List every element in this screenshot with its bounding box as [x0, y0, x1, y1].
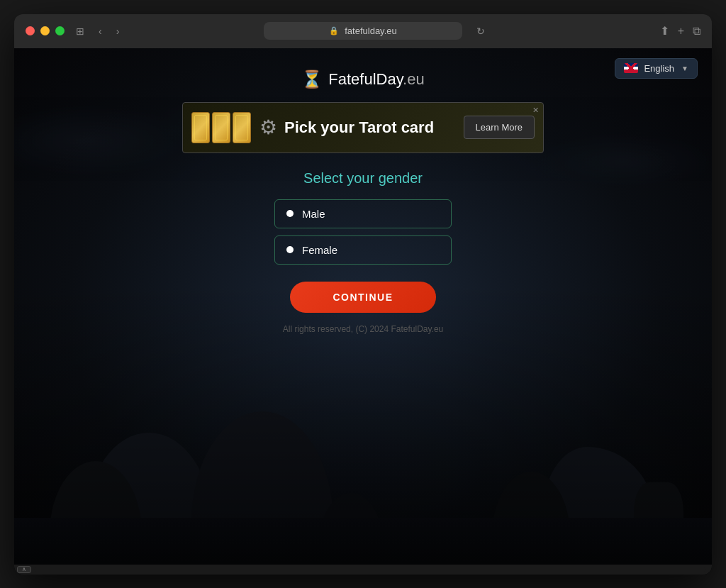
page-content: ⏳ FatefulDay.eu ⚙ Pick your Tarot card L…	[14, 48, 712, 334]
flag-icon	[624, 63, 638, 73]
radio-male	[286, 210, 294, 217]
logo-area: ⏳ FatefulDay.eu	[301, 70, 424, 89]
gender-options: Male Female	[274, 199, 452, 265]
tarot-cards-image	[191, 112, 251, 143]
ad-close-icon[interactable]: ✕	[532, 106, 539, 115]
gravestone-4	[319, 493, 383, 575]
lock-icon: 🔒	[329, 26, 339, 35]
title-bar: ⊞ ‹ › 🔒 fatefulday.eu ↻ ⬆ + ⧉	[14, 14, 712, 48]
tarot-card-2	[212, 112, 230, 143]
maximize-button[interactable]	[55, 26, 65, 35]
ad-banner[interactable]: ⚙ Pick your Tarot card Learn More ✕	[182, 102, 544, 153]
scroll-up-button[interactable]: ∧	[17, 566, 31, 573]
gender-option-male[interactable]: Male	[274, 199, 452, 228]
forward-button[interactable]: ›	[113, 23, 123, 40]
scrollbar-area: ∧	[14, 565, 712, 575]
gender-option-female[interactable]: Female	[274, 235, 452, 265]
male-label: Male	[302, 208, 325, 220]
ad-content: ⚙ Pick your Tarot card Learn More	[259, 116, 535, 139]
reload-button[interactable]: ↻	[476, 26, 485, 37]
tabs-overview-button[interactable]: ⧉	[693, 25, 700, 38]
sidebar-toggle-button[interactable]: ⊞	[73, 23, 87, 40]
tarot-card-1	[191, 112, 210, 143]
traffic-lights	[26, 26, 65, 35]
browser-right-controls: ⬆ + ⧉	[660, 24, 700, 38]
continue-button[interactable]: CONTINUE	[290, 282, 435, 313]
gravestone-7	[492, 472, 570, 575]
address-bar[interactable]: 🔒 fatefulday.eu	[264, 22, 462, 40]
gravestone-1	[85, 433, 213, 575]
language-label: English	[644, 63, 674, 74]
back-button[interactable]: ‹	[96, 23, 105, 40]
learn-more-button[interactable]: Learn More	[464, 116, 535, 139]
chevron-down-icon: ▼	[681, 65, 688, 72]
tarot-card-3	[233, 112, 251, 143]
language-selector[interactable]: English ▼	[615, 58, 698, 79]
logo-tld: .eu	[403, 70, 425, 88]
ad-title: Pick your Tarot card	[284, 118, 457, 137]
logo-name: FatefulDay	[328, 70, 403, 88]
new-tab-button[interactable]: +	[678, 25, 684, 38]
gravestone-5	[542, 447, 655, 575]
gravestone-3	[191, 411, 333, 575]
hourglass-icon: ⏳	[301, 70, 323, 89]
female-label: Female	[302, 244, 337, 256]
url-text: fatefulday.eu	[345, 26, 396, 36]
site-name: FatefulDay.eu	[328, 70, 424, 89]
footer-text: All rights reserved, (C) 2024 FatefulDay…	[283, 324, 444, 334]
gravestone-6	[634, 482, 683, 575]
minimize-button[interactable]	[40, 26, 50, 35]
share-button[interactable]: ⬆	[660, 24, 669, 38]
scroll-track[interactable]	[34, 567, 706, 572]
browser-content: English ▼ ⏳ FatefulDay.eu ⚙	[14, 48, 712, 575]
browser-window: ⊞ ‹ › 🔒 fatefulday.eu ↻ ⬆ + ⧉	[14, 14, 712, 575]
close-button[interactable]	[26, 26, 35, 35]
gear-icon: ⚙	[259, 116, 277, 139]
section-title: Select your gender	[303, 170, 423, 187]
radio-female	[286, 246, 294, 253]
gravestone-2	[50, 461, 142, 575]
